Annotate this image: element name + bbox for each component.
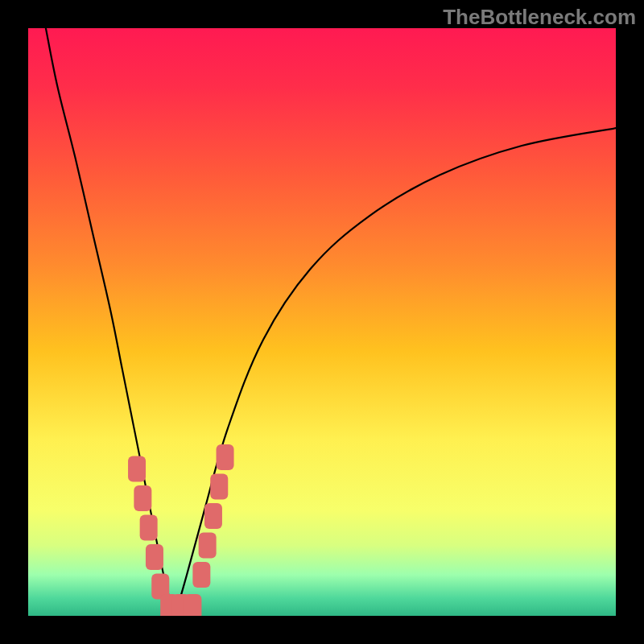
marker-point [192, 562, 210, 588]
marker-point [210, 473, 228, 499]
marker-point [128, 456, 146, 482]
chart-stage: TheBottleneck.com [0, 0, 644, 644]
watermark-text: TheBottleneck.com [443, 5, 636, 30]
bottleneck-curve-chart [28, 28, 616, 616]
marker-point [146, 544, 163, 570]
marker-point [184, 594, 201, 616]
marker-point [204, 503, 222, 529]
plot-area [28, 28, 616, 616]
marker-point [199, 532, 217, 558]
marker-point [140, 515, 158, 541]
gradient-background [28, 28, 616, 616]
marker-point [134, 485, 151, 511]
marker-point [217, 444, 234, 470]
